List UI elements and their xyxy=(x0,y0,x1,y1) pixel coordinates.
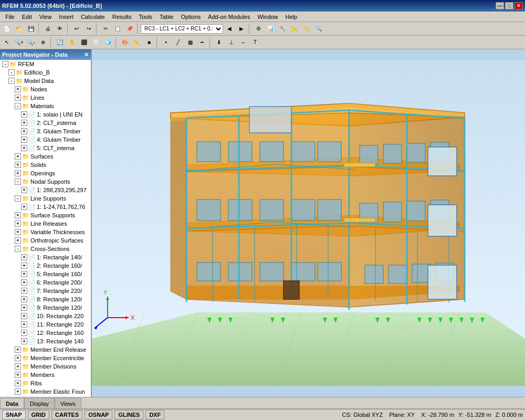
tree-node-21[interactable]: +📄1: Rectangle 140/ xyxy=(0,253,91,261)
expand-icon[interactable]: + xyxy=(21,279,27,286)
menu-item-file[interactable]: File xyxy=(2,13,18,20)
load-btn[interactable]: ⬇ xyxy=(213,37,225,48)
node-btn[interactable]: • xyxy=(160,37,172,48)
paste-button[interactable]: 📌 xyxy=(124,23,135,35)
expand-icon[interactable]: - xyxy=(8,69,15,76)
expand-icon[interactable]: - xyxy=(15,178,21,185)
tab-data[interactable]: Data xyxy=(0,398,24,408)
tree-node-30[interactable]: +📄12: Rectangle 160 xyxy=(0,329,91,337)
tree-node-0[interactable]: -📁Model Data xyxy=(0,77,91,85)
new-button[interactable]: 📄 xyxy=(1,23,13,35)
toolbar-btn-8[interactable]: 🔍 xyxy=(313,23,324,35)
expand-icon[interactable]: + xyxy=(15,372,21,378)
expand-icon[interactable]: + xyxy=(15,212,21,218)
viewport[interactable]: X Y Z xyxy=(92,49,525,397)
tree-node-33[interactable]: +📁Member Eccentricitie xyxy=(0,354,91,362)
view-top[interactable]: ⬜ xyxy=(90,37,102,48)
surface-btn[interactable]: ▦ xyxy=(184,37,196,48)
tree-node-37[interactable]: +📁Member Elastic Foun xyxy=(0,387,91,396)
dimension-btn[interactable]: ↔ xyxy=(237,37,249,48)
view-3d[interactable]: 🧊 xyxy=(102,37,114,48)
expand-icon[interactable]: - xyxy=(8,78,15,84)
solid-btn[interactable]: ■ xyxy=(143,37,155,48)
expand-icon[interactable]: + xyxy=(15,388,21,395)
tree-node-18[interactable]: +📁Variable Thicknesses xyxy=(0,228,91,236)
expand-icon[interactable]: + xyxy=(21,296,27,302)
tree-node-5[interactable]: +📄2: CLT_esterna xyxy=(0,119,91,127)
tree-node-15[interactable]: +📄1: 1-24,761,762,76 xyxy=(0,203,91,211)
tree-node-31[interactable]: +📄13: Rectangle 140 xyxy=(0,337,91,345)
tree-node-11[interactable]: +📁Openings xyxy=(0,169,91,177)
save-button[interactable]: 💾 xyxy=(25,23,37,35)
undo-button[interactable]: ↩ xyxy=(71,23,82,35)
minimize-button[interactable]: — xyxy=(496,2,504,9)
expand-icon[interactable]: + xyxy=(15,229,21,235)
rotate-button[interactable]: 🔄 xyxy=(54,37,66,48)
expand-icon[interactable]: + xyxy=(21,288,27,294)
toolbar-btn-5[interactable]: 🔧 xyxy=(277,23,288,35)
tree-node-10[interactable]: +📁Solids xyxy=(0,161,91,169)
render-btn[interactable]: 🎨 xyxy=(119,37,131,48)
tree-node-12[interactable]: -📁Nodal Supports xyxy=(0,177,91,186)
expand-icon[interactable]: + xyxy=(15,346,21,353)
tree-node-19[interactable]: +📁Orthotropic Surfaces xyxy=(0,236,91,245)
menu-item-help[interactable]: Help xyxy=(282,13,301,20)
expand-icon[interactable]: + xyxy=(21,136,27,143)
tree-node-16[interactable]: +📁Surface Supports xyxy=(0,211,91,219)
prev-btn[interactable]: ◀ xyxy=(224,23,235,35)
expand-icon[interactable]: + xyxy=(15,162,21,168)
zoom-out-button[interactable]: 🔍- xyxy=(25,37,37,48)
snap-button[interactable]: SNAP xyxy=(2,410,26,419)
calc-button[interactable]: ⚙ xyxy=(253,23,264,35)
menu-item-window[interactable]: Window xyxy=(254,13,281,20)
osnap-button[interactable]: OSNAP xyxy=(85,410,112,419)
expand-icon[interactable]: + xyxy=(15,86,21,92)
tree-node-4[interactable]: +📄1: solaio | UNI EN xyxy=(0,110,91,119)
expand-icon[interactable]: + xyxy=(21,204,27,210)
expand-icon[interactable]: + xyxy=(21,304,27,311)
expand-icon[interactable]: + xyxy=(15,380,21,386)
line-btn[interactable]: ╱ xyxy=(172,37,184,48)
select-button[interactable]: ↖ xyxy=(1,37,13,48)
zoom-all-button[interactable]: ⊕ xyxy=(37,37,49,48)
expand-icon[interactable]: + xyxy=(21,254,27,260)
zoom-in-button[interactable]: 🔍+ xyxy=(13,37,25,48)
grid-button[interactable]: GRID xyxy=(28,410,50,419)
tree-node-7[interactable]: +📄4: Glulam Timber xyxy=(0,135,91,144)
cut-button[interactable]: ✂ xyxy=(100,23,111,35)
tree-node-22[interactable]: +📄2: Rectangle 160/ xyxy=(0,261,91,270)
support-btn[interactable]: ⊥ xyxy=(225,37,237,48)
tree-node-34[interactable]: +📁Member Divisions xyxy=(0,362,91,371)
results-button[interactable]: 📊 xyxy=(265,23,276,35)
tree-node-38[interactable]: +📁Member Nonlineariti xyxy=(0,396,91,397)
open-button[interactable]: 📂 xyxy=(13,23,25,35)
tree-node-14[interactable]: -📁Line Supports xyxy=(0,194,91,203)
menu-item-add-on-modules[interactable]: Add-on Modules xyxy=(205,13,253,20)
expand-icon[interactable]: + xyxy=(21,271,27,277)
tree-node-3[interactable]: -📁Materials xyxy=(0,102,91,110)
cartes-button[interactable]: CARTES xyxy=(51,410,82,419)
expand-icon[interactable]: - xyxy=(2,61,8,67)
tree-node-36[interactable]: +📁Ribs xyxy=(0,379,91,387)
tree-node-25[interactable]: +📄7: Rectangle 220/ xyxy=(0,287,91,295)
tree-node-23[interactable]: +📄5: Rectangle 160/ xyxy=(0,270,91,278)
glines-button[interactable]: GLINES xyxy=(114,410,143,419)
tree-node-32[interactable]: +📁Member End Release xyxy=(0,345,91,354)
expand-icon[interactable]: + xyxy=(15,363,21,370)
expand-icon[interactable]: + xyxy=(15,220,21,227)
navigator-close-button[interactable]: ✕ xyxy=(84,51,89,58)
tree-node-26[interactable]: +📄8: Rectangle 120/ xyxy=(0,295,91,303)
expand-icon[interactable]: + xyxy=(21,262,27,269)
expand-icon[interactable]: + xyxy=(21,120,27,126)
expand-icon[interactable]: + xyxy=(21,111,27,118)
expand-icon[interactable]: + xyxy=(15,94,21,101)
expand-icon[interactable]: + xyxy=(21,338,27,344)
menu-item-results[interactable]: Results xyxy=(109,13,135,20)
expand-icon[interactable]: + xyxy=(15,237,21,244)
toolbar-btn-7[interactable]: 📏 xyxy=(301,23,312,35)
tree-node-8[interactable]: +📄5: CLT_interna xyxy=(0,144,91,152)
menu-item-options[interactable]: Options xyxy=(177,13,204,20)
tree-node-27[interactable]: +📄9: Rectangle 120/ xyxy=(0,303,91,312)
tab-display[interactable]: Display xyxy=(24,398,55,408)
expand-icon[interactable]: + xyxy=(15,355,21,361)
